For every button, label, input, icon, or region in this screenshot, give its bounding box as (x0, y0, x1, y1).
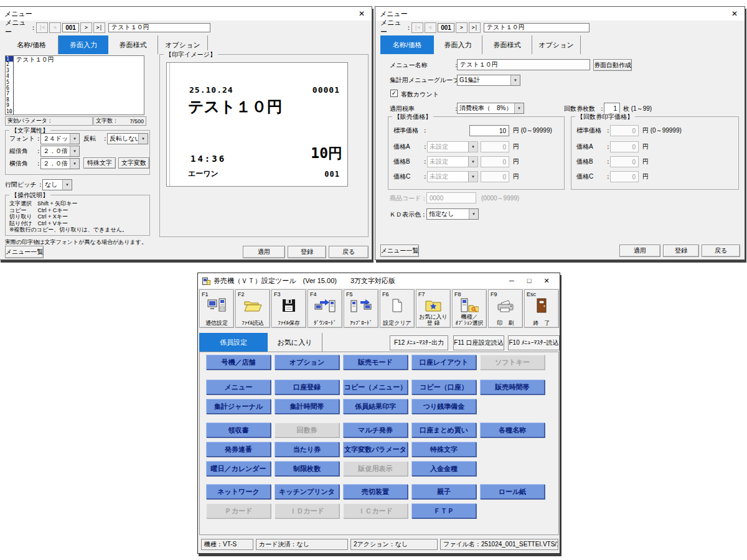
toolbar-button-f1[interactable]: F1通信設定 (199, 289, 234, 328)
grid-button[interactable]: ネットワーク (206, 484, 271, 499)
apply-button[interactable]: 適用 (243, 246, 285, 258)
line-number[interactable]: 5 (6, 80, 13, 85)
tab-name-price[interactable]: 名称/価格 (380, 35, 434, 54)
tab-face-style[interactable]: 券面様式 (482, 35, 532, 54)
toolbar-button-f8[interactable]: F8機種／ ｵﾌﾟｼｮﾝ選択 (452, 289, 487, 328)
grid-button[interactable]: 集計ジャーナル (206, 399, 271, 414)
grid-button[interactable]: 入金金種 (411, 461, 476, 476)
nav-last-button[interactable]: >| (469, 22, 481, 33)
chevron-down-icon[interactable]: ▼ (514, 103, 524, 113)
chevron-down-icon[interactable]: ▼ (70, 134, 79, 144)
auto-create-face-button[interactable]: 券面自動作成 (593, 59, 632, 71)
tally-group-select[interactable]: G1集計▼ (457, 75, 520, 86)
grid-button[interactable]: 売切装置 (343, 484, 408, 499)
vscale-select[interactable]: ２．０倍▼ (40, 146, 80, 157)
grid-button[interactable]: 集計時間帯 (275, 399, 339, 414)
chevron-down-icon[interactable]: ▼ (469, 209, 478, 219)
grid-button[interactable]: 制限枚数 (275, 461, 339, 476)
toolbar-button-f5[interactable]: F5ｱｯﾌﾟﾛｰﾄﾞ (344, 289, 378, 328)
char-variable-button[interactable]: 文字変数 (118, 157, 149, 169)
toolbar-button-f6[interactable]: F6設定クリア (380, 289, 415, 328)
tab-face-style[interactable]: 券面様式 (108, 35, 158, 54)
chevron-down-icon[interactable]: ▼ (510, 75, 520, 85)
tax-rate-select[interactable]: 消費税率（ 8%）▼ (457, 103, 524, 114)
grid-button[interactable]: マルチ発券 (343, 422, 408, 437)
grid-button[interactable]: オプション (275, 355, 339, 370)
line-number[interactable]: 4 (6, 73, 13, 79)
toolbar-button-f3[interactable]: F3ﾌｧｲﾙ保存 (271, 289, 306, 328)
grid-button[interactable]: 親子 (411, 484, 476, 499)
chevron-down-icon[interactable]: ▼ (70, 146, 79, 156)
menu-name-display[interactable]: テスト１０円 (108, 23, 210, 32)
tab-option[interactable]: オプション (532, 35, 581, 54)
grid-button[interactable]: 号機／店舗 (206, 355, 271, 370)
line-number[interactable]: 10 (6, 109, 13, 114)
maximize-icon[interactable]: □ (520, 277, 538, 285)
close-icon[interactable]: ✕ (356, 9, 367, 18)
special-char-button[interactable]: 特殊文字 (83, 157, 116, 169)
grid-button[interactable]: 文字変数パラメータ (343, 442, 408, 457)
nav-last-button[interactable]: >| (93, 22, 105, 33)
back-button[interactable]: 戻る (329, 246, 369, 258)
standard-price-input[interactable]: 10 (469, 125, 509, 136)
menu-name-input[interactable]: テスト１０円 (457, 59, 590, 70)
line-number[interactable]: 6 (6, 85, 13, 91)
nav-number-field[interactable]: 001 (438, 23, 454, 32)
line-number[interactable]: 8 (6, 97, 13, 103)
close-icon[interactable]: ✕ (729, 9, 740, 18)
fkey-button-f10-menu-master-load[interactable]: F10 ﾒﾆｭｰﾏｽﾀｰ読込 (508, 335, 560, 350)
fkey-button-f11-account-settings-load[interactable]: F11 口座設定読込 (453, 335, 504, 350)
titlebar[interactable]: メニュー ✕ (0, 7, 372, 21)
back-button[interactable]: 戻る (702, 245, 740, 257)
nav-next-button[interactable]: > (80, 22, 92, 33)
minimize-icon[interactable]: ─ (503, 277, 520, 285)
toolbar-button-f2[interactable]: F2ﾌｧｲﾙ読込 (235, 289, 270, 328)
grid-button[interactable]: ＦＴＰ (411, 503, 476, 518)
ticket-line-1[interactable]: テスト１０円 (16, 56, 54, 63)
tab-face-input[interactable]: 券面入力 (434, 35, 482, 54)
line-number[interactable]: 2 (6, 62, 13, 67)
fkey-button-f12-menu-master-export[interactable]: F12 ﾒﾆｭｰﾏｽﾀｰ出力 (390, 335, 448, 350)
grid-button[interactable]: 口座まとめ買い (411, 422, 476, 437)
main-tab-favorites[interactable]: お気に入り (268, 333, 322, 352)
nav-number-field[interactable]: 001 (62, 23, 79, 32)
main-tab-staff-settings[interactable]: 係員設定 (199, 333, 268, 352)
line-number[interactable]: 9 (6, 103, 13, 108)
grid-button[interactable]: つり銭準備金 (411, 399, 476, 414)
tab-name-price[interactable]: 名称/価格 (5, 35, 59, 54)
line-number[interactable]: 7 (6, 91, 13, 96)
invert-select[interactable]: 反転しない▼ (107, 133, 148, 144)
grid-button[interactable]: キッチンプリンタ (275, 484, 339, 499)
grid-button[interactable]: 販売時間帯 (480, 380, 545, 394)
chevron-down-icon[interactable]: ▼ (138, 134, 148, 144)
grid-button[interactable]: ロール紙 (480, 484, 545, 499)
grid-button[interactable]: 発券連番 (206, 442, 271, 457)
guest-count-checkbox[interactable]: ✓ (390, 90, 398, 97)
nav-first-button[interactable]: |< (36, 22, 48, 33)
titlebar[interactable]: 券売機（ＶＴ）設定ツール (Ver 15.00) 3万文字対応版 ─ □ ✕ (198, 273, 560, 288)
line-number[interactable]: 3 (6, 68, 13, 73)
grid-button[interactable]: 各種名称 (480, 422, 545, 437)
font-select[interactable]: ２４ドット▼ (40, 133, 80, 144)
grid-button[interactable]: 曜日／カレンダー (206, 461, 271, 476)
grid-button[interactable]: 口座レイアウト (411, 355, 476, 370)
toolbar-button-f7[interactable]: F7お気に入り 登 録 (416, 289, 451, 328)
nav-first-button[interactable]: |< (411, 22, 423, 33)
line-pitch-select[interactable]: なし▼ (42, 179, 72, 190)
grid-button[interactable]: 口座登録 (275, 380, 339, 394)
titlebar[interactable]: メニュー ✕ (375, 7, 745, 21)
nav-prev-button[interactable]: < (49, 22, 61, 33)
grid-button[interactable]: 係員結果印字 (343, 399, 408, 414)
grid-button[interactable]: コピー（メニュー） (343, 380, 408, 394)
kd-color-select[interactable]: 指定なし▼ (426, 208, 479, 220)
chevron-down-icon[interactable]: ▼ (70, 159, 79, 169)
nav-prev-button[interactable]: < (425, 22, 436, 33)
chevron-down-icon[interactable]: ▼ (62, 180, 72, 190)
menu-name-display[interactable]: テスト１０円 (484, 23, 590, 32)
line-number[interactable]: 1 (6, 56, 13, 62)
register-button[interactable]: 登録 (288, 246, 326, 258)
grid-button[interactable]: 販売モード (343, 355, 408, 370)
grid-button[interactable]: コピー（口座） (411, 380, 476, 394)
toolbar-button-f4[interactable]: F4ﾀﾞｳﾝﾛｰﾄﾞ (308, 289, 342, 328)
menu-list-button[interactable]: メニュー一覧 (380, 245, 419, 257)
